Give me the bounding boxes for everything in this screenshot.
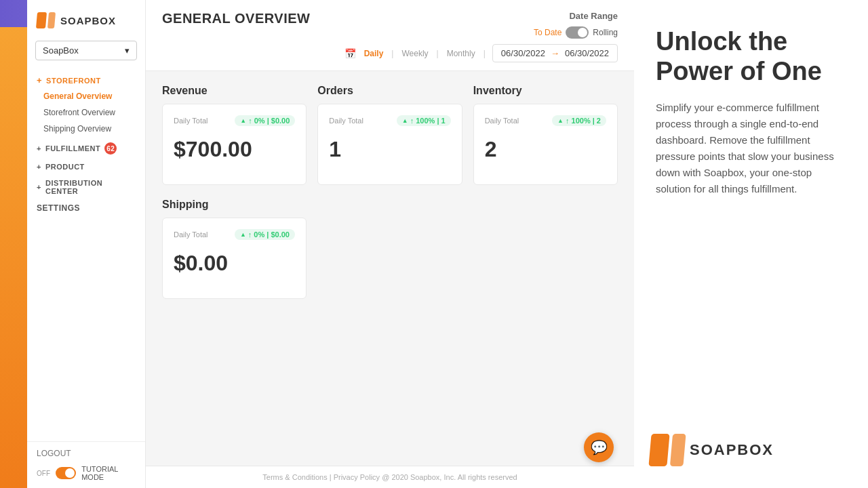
panel-headline: Unlock the Power of One [656, 27, 846, 86]
plus-icon: + [37, 163, 41, 171]
revenue-daily-label: Daily Total [174, 117, 208, 125]
rolling-toggle[interactable] [566, 26, 589, 39]
rolling-knob [578, 28, 587, 37]
inventory-title: Inventory [473, 85, 618, 97]
right-panel: Unlock the Power of One Simplify your e-… [634, 0, 868, 488]
tutorial-toggle-switch[interactable] [56, 467, 76, 479]
orders-section: Orders Daily Total ▲ ↑ 100% | 1 1 [317, 85, 462, 185]
inventory-section: Inventory Daily Total ▲ ↑ 100% | 2 2 [473, 85, 618, 185]
shipping-card: Daily Total ▲ ↑ 0% | $0.00 $0.00 [162, 218, 307, 299]
date-tabs: 📅 Daily | Weekly | Monthly | [344, 47, 486, 60]
to-date-rolling: To Date Rolling [534, 26, 618, 39]
sidebar-bottom: LOGOUT OFF TUTORIAL MODE [27, 441, 145, 488]
main-content: GENERAL OVERVIEW Date Range To Date Roll… [146, 0, 634, 488]
plus-icon: + [37, 75, 42, 85]
panel-logo-icon [650, 434, 685, 466]
calendar-icon: 📅 [344, 48, 356, 59]
panel-logo: SOAPBOX [656, 439, 846, 461]
revenue-badge: ▲ ↑ 0% | $0.00 [235, 115, 295, 126]
orders-card-header: Daily Total ▲ ↑ 100% | 1 [329, 115, 450, 126]
shipping-daily-label: Daily Total [174, 230, 208, 239]
workspace-dropdown-button[interactable]: SoapBox ▾ [35, 41, 137, 60]
orders-value: 1 [329, 137, 450, 162]
inventory-badge: ▲ ↑ 100% | 2 [552, 115, 606, 126]
main-header: GENERAL OVERVIEW Date Range To Date Roll… [146, 0, 634, 71]
shipping-badge: ▲ ↑ 0% | $0.00 [235, 229, 295, 240]
chat-icon: 💬 [591, 439, 608, 455]
sidebar-item-storefront-overview[interactable]: Storefront Overview [27, 104, 145, 121]
dashboard-grid: Revenue Daily Total ▲ ↑ 0% | $0.00 $700.… [146, 71, 634, 466]
date-to: 06/30/2022 [565, 48, 609, 58]
inventory-card-header: Daily Total ▲ ↑ 100% | 2 [485, 115, 606, 126]
date-range-section: Date Range To Date Rolling 📅 Daily | Wee… [344, 11, 618, 62]
accent-bar [0, 0, 27, 488]
footer-text: Terms & Conditions | Privacy Policy @ 20… [262, 473, 517, 481]
sidebar-item-distribution[interactable]: + DISTRIBUTION CENTER [27, 174, 145, 198]
main-footer: Terms & Conditions | Privacy Policy @ 20… [146, 466, 634, 488]
sidebar-logo: SOAPBOX [27, 0, 145, 41]
revenue-value: $700.00 [174, 137, 295, 162]
fulfillment-badge: 62 [104, 142, 117, 155]
inventory-daily-label: Daily Total [485, 117, 519, 125]
workspace-dropdown[interactable]: SoapBox ▾ [35, 41, 137, 60]
tutorial-toggle: OFF TUTORIAL MODE [37, 465, 136, 481]
toggle-knob [65, 468, 75, 478]
sidebar-item-product[interactable]: + PRODUCT [27, 157, 145, 174]
shipping-value: $0.00 [174, 251, 295, 276]
shipping-title: Shipping [162, 199, 307, 211]
revenue-title: Revenue [162, 85, 307, 97]
sidebar-item-general-overview[interactable]: General Overview [27, 88, 145, 104]
logo-text: SOAPBOX [60, 15, 116, 26]
orders-title: Orders [317, 85, 462, 97]
plus-icon: + [37, 183, 41, 191]
shipping-row: Shipping Daily Total ▲ ↑ 0% | $0.00 $0.0… [162, 199, 618, 299]
panel-description: Simplify your e-commerce fulfillment pro… [656, 100, 846, 197]
top-metrics-row: Revenue Daily Total ▲ ↑ 0% | $0.00 $700.… [162, 85, 618, 185]
sidebar-nav: + STOREFRONT General Overview Storefront… [27, 70, 145, 441]
chat-button[interactable]: 💬 [584, 432, 614, 462]
shipping-section: Shipping Daily Total ▲ ↑ 0% | $0.00 $0.0… [162, 199, 307, 299]
tab-monthly[interactable]: Monthly [444, 47, 478, 60]
tutorial-label: TUTORIAL MODE [81, 465, 136, 481]
sidebar-item-storefront[interactable]: + STOREFRONT [27, 70, 145, 88]
sidebar-item-fulfillment[interactable]: + FULFILLMENT 62 [27, 137, 145, 157]
rolling-label: Rolling [593, 28, 618, 37]
logout-link[interactable]: LOGOUT [37, 449, 136, 458]
inventory-value: 2 [485, 137, 606, 162]
tab-weekly[interactable]: Weekly [399, 47, 431, 60]
sidebar-item-settings[interactable]: SETTINGS [27, 198, 145, 218]
date-arrow: → [551, 48, 559, 58]
panel-logo-text: SOAPBOX [690, 441, 774, 459]
orders-daily-label: Daily Total [329, 117, 363, 125]
to-date-label: To Date [534, 28, 561, 37]
revenue-card: Daily Total ▲ ↑ 0% | $0.00 $700.00 [162, 104, 307, 185]
panel-content: Unlock the Power of One Simplify your e-… [656, 27, 846, 197]
date-range-label: Date Range [569, 11, 618, 21]
page-title: GENERAL OVERVIEW [162, 11, 310, 26]
date-from: 06/30/2022 [501, 48, 545, 58]
date-range-display[interactable]: 06/30/2022 → 06/30/2022 [492, 44, 618, 62]
inventory-card: Daily Total ▲ ↑ 100% | 2 2 [473, 104, 618, 185]
sidebar: SOAPBOX SoapBox ▾ + STOREFRONT General O… [27, 0, 146, 488]
revenue-section: Revenue Daily Total ▲ ↑ 0% | $0.00 $700.… [162, 85, 307, 185]
revenue-card-header: Daily Total ▲ ↑ 0% | $0.00 [174, 115, 295, 126]
shipping-card-header: Daily Total ▲ ↑ 0% | $0.00 [174, 229, 295, 240]
toggle-off-label: OFF [37, 470, 50, 477]
logo-icon [37, 12, 55, 28]
date-controls: 📅 Daily | Weekly | Monthly | 06/30/2022 … [344, 44, 618, 62]
orders-card: Daily Total ▲ ↑ 100% | 1 1 [317, 104, 462, 185]
plus-icon: + [37, 144, 41, 152]
sidebar-item-shipping-overview[interactable]: Shipping Overview [27, 121, 145, 137]
tab-daily[interactable]: Daily [361, 47, 387, 60]
orders-badge: ▲ ↑ 100% | 1 [397, 115, 451, 126]
